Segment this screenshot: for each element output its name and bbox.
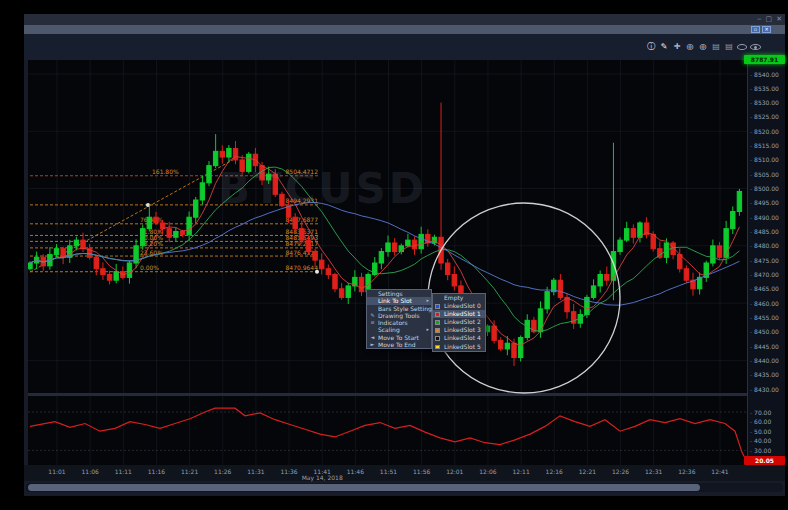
panel-icon[interactable]: ▤ [711,42,721,52]
price-tick-label: 8445.00 [750,343,779,350]
time-tick-label: 11:51 [380,468,397,475]
slot-color-swatch [435,320,440,325]
info-icon[interactable]: ⓘ [646,42,656,52]
submenu-item-linkedslot-1[interactable]: LinkedSlot 1 [433,310,485,318]
oscillator-tick-label: 30.00 [750,447,771,454]
chart-graphics: 161.80%8504.47128494.293176.40%8487.6877… [28,60,747,465]
slot-color-swatch [435,345,440,350]
price-tick-label: 8515.00 [750,142,779,149]
time-tick-label: 11:26 [214,468,231,475]
svg-text:0.00%: 0.00% [140,264,159,271]
crosshair-icon[interactable]: ✛ [672,42,682,52]
time-tick-label: 11:56 [413,468,430,475]
price-tick-label: 8505.00 [750,171,779,178]
oscillator-tick-label: 40.00 [750,437,771,444]
menu-item-indicators[interactable]: ≋Indicators [367,319,431,326]
chart-window: ‒ ▢ ✕ ▫ ✕ ⓘ✎✛◎◎▤▤ BTCUSD 161.80%8504.471… [24,14,785,496]
price-tick-label: 8435.00 [750,371,779,378]
slot-color-swatch [435,328,440,333]
draw-pencil-icon[interactable]: ✎ [659,42,669,52]
price-axis[interactable]: 8540.008535.008530.008525.008520.008515.… [747,60,785,465]
screen: ‒ ▢ ✕ ▫ ✕ ⓘ✎✛◎◎▤▤ BTCUSD 161.80%8504.471… [0,0,788,510]
submenu-item-linkedslot-5[interactable]: LinkedSlot 5 [433,343,485,351]
menu-item-drawing-tools[interactable]: ✎Drawing Tools [367,312,431,319]
svg-text:8504.4712: 8504.4712 [286,168,319,175]
svg-text:161.80%: 161.80% [152,168,179,175]
price-tick-label: 8485.00 [750,228,779,235]
window-controls: ‒ ▢ ✕ [757,15,782,24]
price-tick-label: 8510.00 [750,156,779,163]
eye-icon[interactable] [750,44,761,50]
price-tick-label: 8525.00 [750,113,779,120]
price-tick-label: 8470.00 [750,271,779,278]
oscillator-tick-label: 70.00 [750,409,771,416]
record-icon[interactable]: ◎ [698,42,708,52]
menu-item-move-to-start[interactable]: ◄Move To Start [367,334,431,341]
title-bar: ‒ ▢ ✕ [24,14,785,25]
minimize-button[interactable]: ‒ [757,15,761,24]
chart-canvas[interactable]: BTCUSD 161.80%8504.47128494.293176.40%84… [28,60,747,465]
submenu-item-linkedslot-4[interactable]: LinkedSlot 4 [433,334,485,342]
menu-item-icon: ► [368,341,377,348]
time-tick-label: 11:46 [347,468,364,475]
child-window-controls: ▫ ✕ [751,26,771,33]
time-tick-label: 11:16 [148,468,165,475]
price-tick-label: 8475.00 [750,257,779,264]
svg-text:8470.9644: 8470.9644 [286,264,319,271]
time-tick-label: 12:36 [678,468,695,475]
oscillator-tick-label: 60.00 [750,418,771,425]
submenu-item-empty[interactable]: Empty [433,294,485,302]
menu-item-scaling[interactable]: Scaling▸ [367,326,431,333]
child-close-button[interactable]: ✕ [762,26,771,33]
price-tick-label: 8540.00 [750,71,779,78]
price-tick-label: 8440.00 [750,357,779,364]
menu-item-move-to-end[interactable]: ►Move To End [367,341,431,348]
oscillator-tick-label: 50.00 [750,428,771,435]
time-tick-label: 12:31 [645,468,662,475]
submenu-arrow-icon: ▸ [426,326,429,333]
menu-item-link-to-slot[interactable]: Link To Slot▸ [367,297,431,304]
menu-item-icon: ◄ [368,334,377,341]
menu-item-bars-style-settings[interactable]: Bars Style Settings [367,305,431,312]
oscillator-value-badge: 20.05 [744,456,785,465]
time-axis[interactable]: 11:0111:0611:1111:1611:2111:2611:3111:36… [24,465,785,481]
menu-item-settings[interactable]: Settings [367,290,431,297]
time-tick-label: 12:01 [446,468,463,475]
horizontal-scrollbar[interactable] [26,483,783,492]
chart-toolbar: ⓘ✎✛◎◎▤▤ [646,42,761,52]
last-price-badge: 8787.91 [744,55,785,64]
panels-icon[interactable]: ▤ [724,42,734,52]
slot-color-swatch [435,336,440,341]
time-tick-label: 12:06 [479,468,496,475]
submenu-item-linkedslot-2[interactable]: LinkedSlot 2 [433,318,485,326]
price-tick-label: 8520.00 [750,128,779,135]
price-tick-label: 8465.00 [750,285,779,292]
maximize-button[interactable]: ▢ [766,15,773,24]
close-button[interactable]: ✕ [776,15,782,24]
session-date-label: May 14, 2018 [302,474,343,481]
time-tick-label: 11:31 [247,468,264,475]
slot-color-swatch [435,312,440,317]
time-tick-label: 12:41 [711,468,728,475]
time-tick-label: 11:21 [181,468,198,475]
link-to-slot-submenu: EmptyLinkedSlot 0LinkedSlot 1LinkedSlot … [432,293,486,352]
context-menu: SettingsLink To Slot▸Bars Style Settings… [366,289,432,349]
price-tick-label: 8430.00 [750,386,779,393]
target-icon[interactable]: ◎ [685,42,695,52]
time-tick-label: 12:11 [512,468,529,475]
time-tick-label: 11:36 [280,468,297,475]
submenu-item-linkedslot-3[interactable]: LinkedSlot 3 [433,326,485,334]
menu-item-icon: ≋ [368,319,377,326]
price-tick-label: 8460.00 [750,300,779,307]
time-tick-label: 12:26 [612,468,629,475]
submenu-item-linkedslot-0[interactable]: LinkedSlot 0 [433,302,485,310]
scrollbar-thumb[interactable] [28,484,700,491]
price-tick-label: 8530.00 [750,99,779,106]
child-restore-button[interactable]: ▫ [751,26,760,33]
price-tick-label: 8480.00 [750,242,779,249]
chart-header: ⓘ✎✛◎◎▤▤ [24,34,785,60]
price-tick-label: 8500.00 [750,185,779,192]
ellipse-tool-icon[interactable] [737,44,747,50]
child-window-bar: ▫ ✕ [24,25,785,34]
slot-color-swatch [435,304,440,309]
